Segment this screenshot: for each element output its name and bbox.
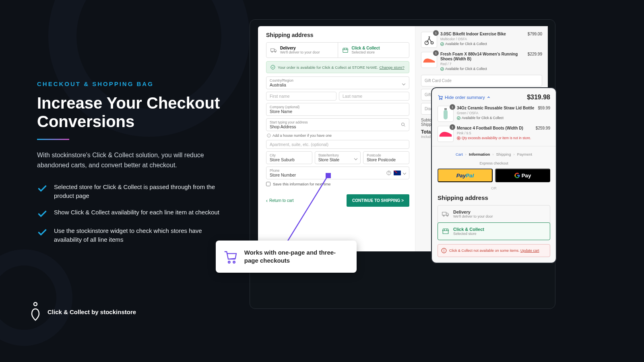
method-click-collect[interactable]: Click & Collect Selected store <box>338 43 409 58</box>
checkout-form: Shipping address Delivery We'll deliver … <box>258 26 415 251</box>
truck-icon <box>442 211 449 217</box>
gift-card-field[interactable]: Gift Card Code <box>421 75 542 86</box>
cart-icon <box>438 95 443 100</box>
svg-point-20 <box>440 99 440 100</box>
check-circle-icon <box>270 65 275 70</box>
or-divider: OR <box>438 186 550 190</box>
help-icon[interactable] <box>386 171 391 175</box>
search-icon <box>401 122 406 127</box>
check-circle-icon <box>457 116 460 120</box>
phone-field[interactable]: Phone Store Number <box>266 167 409 179</box>
city-field[interactable]: City Store Suburb <box>266 151 312 164</box>
crumb-shipping: Shipping <box>496 152 511 156</box>
country-select[interactable]: Country/Region Australia <box>266 76 409 89</box>
svg-rect-22 <box>444 110 448 119</box>
line-item: 1 34Oz Ceramic Reusable Straw Lid Bottle… <box>438 106 550 122</box>
method-label: Delivery <box>280 46 320 50</box>
order-total: $319.98 <box>527 94 550 101</box>
flag-au-icon[interactable] <box>394 171 401 175</box>
feature-item: Use the stockinstore widget to check whi… <box>37 226 230 245</box>
method-sub: We'll deliver to your door <box>280 50 320 54</box>
avail-status: Available for Click & Collect <box>440 42 524 46</box>
shipping-method-selector[interactable]: Delivery We'll deliver to your door Clic… <box>266 42 409 58</box>
qty-badge: 1 <box>433 50 439 56</box>
check-icon <box>37 227 47 238</box>
error-status: Qty exceeds availability or item is not … <box>457 136 533 140</box>
svg-point-18 <box>228 261 230 263</box>
address-hint: Add a house number if you have one <box>267 134 409 138</box>
crumb-payment: Payment <box>517 152 533 156</box>
svg-point-19 <box>233 261 235 263</box>
state-select[interactable]: State/territory Store State <box>315 151 361 164</box>
last-name-field[interactable]: Last name <box>339 92 409 101</box>
line-item: 1 3.0SC Bikefit Indoor Exercise Bike Mul… <box>421 32 542 48</box>
eyebrow: CHECKOUT & SHOPPING BAG <box>37 80 230 87</box>
svg-rect-28 <box>442 212 446 216</box>
info-icon <box>267 134 271 138</box>
section-title: Shipping address <box>266 32 409 38</box>
boot-icon <box>439 130 452 138</box>
chevron-down-icon <box>403 171 406 175</box>
express-checkout-label: Express checkout <box>438 161 550 165</box>
product-thumb: 1 <box>421 52 437 68</box>
change-store-link[interactable]: Change store? <box>379 65 404 70</box>
svg-point-0 <box>34 302 37 306</box>
shipping-method-selector: Delivery We'll deliver to your door Clic… <box>438 205 550 240</box>
apartment-field[interactable]: Apartment, suite, etc. (optional) <box>266 140 409 149</box>
callout-text: Works with one-page and three-page check… <box>244 249 349 265</box>
company-field[interactable]: Company (optional) Store Name <box>266 103 409 116</box>
bottle-icon <box>442 107 449 120</box>
method-delivery[interactable]: Delivery We'll deliver to your door <box>266 43 338 58</box>
chevron-up-icon <box>487 95 491 99</box>
method-label: Click & Collect <box>352 46 380 50</box>
availability-banner: Your order is available for Click & Coll… <box>266 61 409 73</box>
svg-point-29 <box>443 215 444 216</box>
section-title: Shipping address <box>438 194 550 201</box>
qty-badge: 1 <box>450 104 455 110</box>
underline-accent <box>37 139 69 140</box>
check-circle-icon <box>440 42 444 46</box>
address-field[interactable]: Start typing your address Shop Address <box>266 118 409 131</box>
gpay-button[interactable]: Pay <box>495 169 550 182</box>
line-item: 1 Fresh Foam X 880v14 Women's Running Sh… <box>421 52 542 71</box>
svg-point-11 <box>389 174 389 175</box>
feature-text: Selected store for Click & Collect is pa… <box>54 183 230 201</box>
mobile-checkout-panel: Hide order summary $319.98 1 34Oz Cerami… <box>431 88 556 263</box>
product-thumb: 1 <box>438 106 454 122</box>
save-info-checkbox[interactable]: Save this information for next time <box>266 182 409 186</box>
method-delivery[interactable]: Delivery We'll deliver to your door <box>438 206 550 223</box>
method-sub: Selected store <box>352 50 380 54</box>
svg-point-5 <box>402 123 405 126</box>
paypal-button[interactable]: PayPal <box>438 169 493 182</box>
first-name-field[interactable]: First name <box>266 92 336 101</box>
product-thumb: 1 <box>438 126 454 142</box>
marketing-left-panel: CHECKOUT & SHOPPING BAG Increase Your Ch… <box>37 80 230 252</box>
avail-status: Available for Click & Collect <box>440 67 524 71</box>
checkbox[interactable] <box>266 182 270 186</box>
feature-text: Use the stockinstore widget to check whi… <box>54 226 230 245</box>
crumb-cart[interactable]: Cart <box>456 152 463 156</box>
google-icon <box>514 173 520 178</box>
feature-item: Selected store for Click & Collect is pa… <box>37 183 230 201</box>
svg-point-33 <box>444 252 444 252</box>
footer-brand: Click & Collect by stockinstore <box>31 302 136 322</box>
svg-rect-23 <box>444 108 447 110</box>
cart-icon <box>223 247 238 266</box>
continue-shipping-button[interactable]: CONTINUE TO SHIPPING > <box>347 194 409 207</box>
svg-point-3 <box>275 51 276 52</box>
shoe-icon <box>423 56 436 64</box>
svg-point-30 <box>447 215 448 216</box>
banner-text: Your order is available for Click & Coll… <box>278 65 378 70</box>
bike-icon <box>423 34 435 46</box>
breadcrumb: Cart › Information › Shipping › Payment <box>438 152 550 156</box>
hide-summary-toggle[interactable]: Hide order summary <box>438 95 491 100</box>
svg-point-2 <box>272 51 273 52</box>
store-icon <box>342 47 349 53</box>
update-cart-link[interactable]: Update cart <box>520 249 539 253</box>
check-icon <box>37 209 47 219</box>
postcode-field[interactable]: Postcode Store Postcode <box>363 151 409 164</box>
qty-badge: 1 <box>450 124 455 130</box>
headline: Increase Your Checkout Conversions <box>37 94 230 131</box>
method-click-collect[interactable]: Click & Collect Selected store <box>438 222 550 240</box>
return-to-cart-link[interactable]: ‹ Return to cart <box>266 198 294 204</box>
